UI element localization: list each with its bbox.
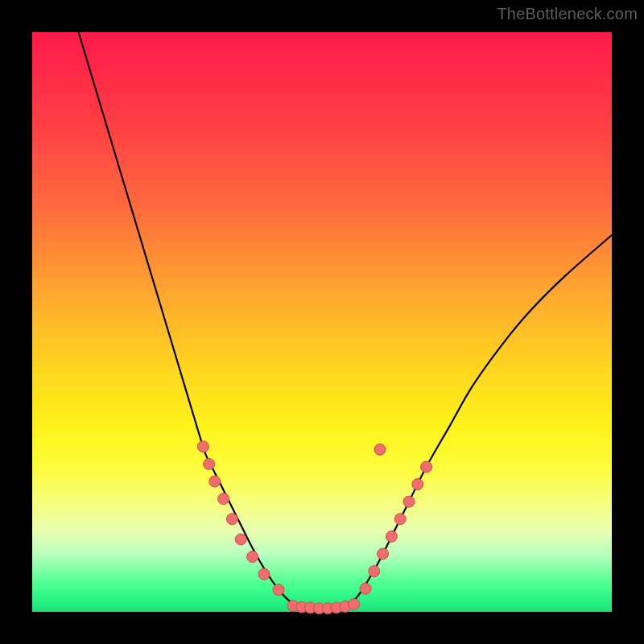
- data-marker: [273, 584, 284, 596]
- data-marker: [204, 458, 215, 469]
- plot-area: [32, 32, 612, 612]
- data-marker: [412, 479, 423, 490]
- data-marker: [226, 514, 237, 525]
- data-marker: [386, 530, 397, 542]
- data-marker: [197, 441, 208, 452]
- data-marker: [394, 514, 406, 525]
- data-marker: [349, 599, 360, 610]
- data-marker: [247, 551, 258, 563]
- data-marker: [209, 476, 221, 487]
- data-marker: [360, 583, 371, 594]
- data-marker: [258, 568, 270, 580]
- chart-frame: TheBottleneck.com: [0, 0, 644, 644]
- data-marker: [218, 493, 229, 505]
- data-marker: [378, 548, 389, 559]
- data-marker: [421, 461, 432, 473]
- bottleneck-curve: [79, 32, 612, 609]
- chart-svg: [32, 32, 612, 612]
- data-marker: [369, 566, 380, 577]
- data-marker: [403, 496, 415, 507]
- data-marker: [235, 534, 246, 545]
- data-marker: [374, 444, 386, 455]
- watermark-text: TheBottleneck.com: [497, 5, 638, 23]
